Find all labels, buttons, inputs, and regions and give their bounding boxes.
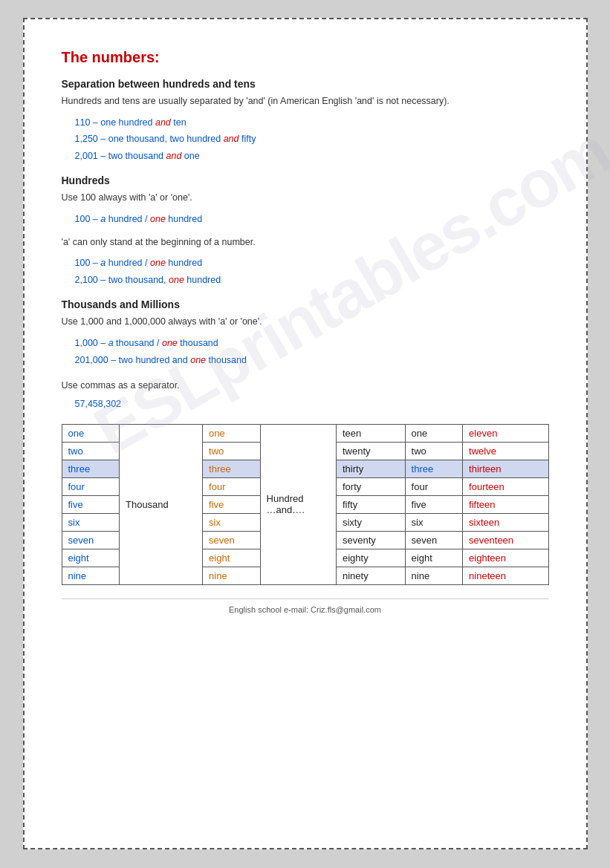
col7-row9: nineteen [463, 567, 548, 584]
col2-thousand: Thousand [119, 424, 202, 584]
col5-row2: twenty [336, 442, 405, 460]
col1-row9: nine [62, 567, 119, 584]
col3-row5: five [203, 495, 260, 513]
example-2100: 2,100 – two thousand, one hundred [75, 272, 549, 289]
body-hundreds-1: Use 100 always with 'a' or 'one'. [62, 191, 549, 205]
col5-row7: seventy [336, 531, 405, 549]
examples-thousands: 1,000 – a thousand / one thousand 201,00… [75, 335, 549, 368]
body-separation: Hundreds and tens are usually separated … [62, 94, 549, 108]
col3-row2: two [203, 442, 260, 460]
numbers-table: one Thousand one Hundred…and…. teen one … [62, 424, 549, 585]
col1-row5: five [62, 495, 119, 513]
col3-row1: one [203, 424, 260, 442]
col5-row3: thirty [336, 460, 405, 477]
table-row: one Thousand one Hundred…and…. teen one … [62, 424, 548, 442]
col7-row2: twelve [463, 442, 548, 460]
col1-row3: three [62, 460, 119, 477]
section-thousands: Thousands and Millions Use 1,000 and 1,0… [62, 298, 549, 368]
example-1250: 1,250 – one thousand, two hundred and fi… [75, 131, 549, 148]
col1-row1: one [62, 424, 119, 442]
col5-row8: eighty [336, 549, 405, 567]
body-hundreds-2: 'a' can only stand at the beginning of a… [62, 235, 549, 249]
col7-row1: eleven [463, 424, 548, 442]
col5-row9: ninety [336, 567, 405, 584]
page: ESLprintables.com The numbers: Separatio… [23, 18, 588, 849]
col3-row3: three [203, 460, 260, 477]
col3-row9: nine [203, 567, 260, 584]
col5-row4: forty [336, 477, 405, 495]
example-commas: 57,458,302 [75, 399, 549, 409]
col1-row8: eight [62, 549, 119, 567]
col5-row1: teen [336, 424, 405, 442]
col6-row3: three [405, 460, 462, 477]
example-100b: 100 – a hundred / one hundred [75, 255, 549, 272]
example-100a: 100 – a hundred / one hundred [75, 211, 549, 228]
col3-row6: six [203, 513, 260, 531]
col6-row5: five [405, 495, 462, 513]
col7-row6: sixteen [463, 513, 548, 531]
col6-row6: six [405, 513, 462, 531]
col3-row8: eight [203, 549, 260, 567]
col7-row4: fourteen [463, 477, 548, 495]
body-commas: Use commas as a separator. [62, 379, 549, 393]
col6-row7: seven [405, 531, 462, 549]
col6-row8: eight [405, 549, 462, 567]
col7-row8: eighteen [463, 549, 548, 567]
body-thousands: Use 1,000 and 1,000,000 always with 'a' … [62, 315, 549, 329]
col7-row5: fifteen [463, 495, 548, 513]
example-1000: 1,000 – a thousand / one thousand [75, 335, 549, 352]
col1-row6: six [62, 513, 119, 531]
example-2001: 2,001 – two thousand and one [75, 148, 549, 165]
example-110: 110 – one hundred and ten [75, 114, 549, 131]
section-separation: Separation between hundreds and tens Hun… [62, 78, 549, 164]
examples-separation: 110 – one hundred and ten 1,250 – one th… [75, 114, 549, 165]
heading-thousands: Thousands and Millions [62, 298, 549, 310]
col6-row2: two [405, 442, 462, 460]
col5-row6: sixty [336, 513, 405, 531]
col7-row3: thirteen [463, 460, 548, 477]
col6-row1: one [405, 424, 462, 442]
col4-hundred: Hundred…and…. [260, 424, 336, 584]
col3-row7: seven [203, 531, 260, 549]
footer: English school e-mail: Criz.fls@gmail.co… [62, 598, 549, 614]
example-201000: 201,000 – two hundred and one thousand [75, 352, 549, 369]
col1-row4: four [62, 477, 119, 495]
col5-row5: fifty [336, 495, 405, 513]
heading-hundreds: Hundreds [62, 174, 549, 186]
section-commas: Use commas as a separator. 57,458,302 [62, 379, 549, 409]
col3-row4: four [203, 477, 260, 495]
heading-separation: Separation between hundreds and tens [62, 78, 549, 90]
col1-row2: two [62, 442, 119, 460]
page-title: The numbers: [62, 49, 549, 66]
col7-row7: seventeen [463, 531, 548, 549]
col6-row9: nine [405, 567, 462, 584]
col1-row7: seven [62, 531, 119, 549]
examples-hundreds-1: 100 – a hundred / one hundred [75, 211, 549, 228]
section-hundreds: Hundreds Use 100 always with 'a' or 'one… [62, 174, 549, 288]
examples-hundreds-2: 100 – a hundred / one hundred 2,100 – tw… [75, 255, 549, 288]
col6-row4: four [405, 477, 462, 495]
